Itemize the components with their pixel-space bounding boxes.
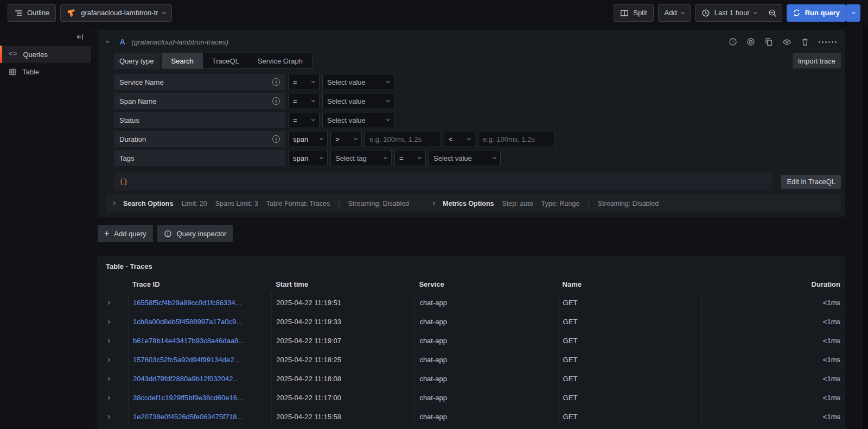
chevron-right-icon[interactable] bbox=[112, 201, 116, 205]
run-query-options-button[interactable] bbox=[846, 4, 860, 22]
disable-query-icon[interactable] bbox=[746, 37, 755, 46]
table-body: 16558f5cf4b29a89cc0d1fc86334...2025-04-2… bbox=[98, 293, 845, 426]
help-circle-icon[interactable]: ? bbox=[729, 37, 737, 46]
code-icon: <> bbox=[9, 51, 17, 58]
value-select[interactable]: Select value bbox=[322, 112, 394, 128]
row-expander[interactable] bbox=[98, 350, 128, 369]
duration-input-field[interactable] bbox=[369, 135, 436, 143]
svg-text:?: ? bbox=[732, 40, 735, 45]
search-options-title[interactable]: Search Options bbox=[123, 200, 173, 207]
column-header-name[interactable]: Name bbox=[558, 276, 701, 293]
outline-button[interactable]: Outline bbox=[8, 4, 56, 22]
sidebar-item-queries[interactable]: <> Queries bbox=[0, 46, 91, 63]
chevron-right-icon[interactable] bbox=[431, 201, 435, 205]
trace-id-link[interactable]: 2043dd79fdf2880a9b12f032042... bbox=[133, 375, 239, 383]
edit-in-traceql-button[interactable]: Edit in TraceQL bbox=[781, 175, 841, 189]
trace-id-link[interactable]: 16558f5cf4b29a89cc0d1fc86334... bbox=[133, 299, 241, 307]
cell-service: chat-app bbox=[414, 350, 558, 369]
info-circle-icon[interactable]: i bbox=[272, 78, 280, 86]
column-header-trace-id[interactable]: Trace ID bbox=[128, 276, 271, 293]
trace-id-link[interactable]: 38ccdef1c1929ff5bf9e38cd60e16... bbox=[133, 394, 243, 402]
trace-id-link[interactable]: 1cb8a00d8eb5f4588997a17a0c9... bbox=[133, 318, 242, 326]
value-select[interactable]: Select value bbox=[429, 150, 501, 166]
collapse-left-icon[interactable] bbox=[75, 33, 84, 41]
sidebar-item-table[interactable]: Table bbox=[0, 63, 91, 80]
info-circle-icon[interactable]: i bbox=[272, 97, 280, 105]
search-options-spans-limit: Spans Limit: 3 bbox=[215, 200, 258, 207]
row-expander[interactable] bbox=[98, 312, 128, 331]
trace-id-link[interactable]: b61e78b14e43417b93c8a46daa8... bbox=[133, 337, 244, 345]
metrics-options-title[interactable]: Metrics Options bbox=[443, 200, 494, 207]
trace-id-link[interactable]: 157603c52fc5a92d94f99134de2... bbox=[133, 356, 240, 364]
column-header-duration[interactable]: Duration bbox=[701, 276, 845, 293]
row-expander[interactable] bbox=[98, 388, 128, 407]
cell-start-time: 2025-04-22 11:17:00 bbox=[271, 388, 414, 407]
add-query-button[interactable]: + Add query bbox=[98, 225, 153, 242]
cell-start-time: 2025-04-22 11:18:08 bbox=[271, 369, 414, 388]
row-expander[interactable] bbox=[98, 293, 128, 312]
hide-response-icon[interactable] bbox=[782, 37, 792, 47]
tag-select[interactable]: Select tag bbox=[330, 150, 392, 166]
chevron-right-icon bbox=[106, 300, 110, 304]
cell-service: chat-app bbox=[414, 331, 558, 350]
chevron-down-icon bbox=[311, 98, 315, 102]
chevron-down-icon bbox=[851, 10, 855, 14]
duplicate-query-icon[interactable] bbox=[764, 37, 773, 46]
time-range-button[interactable]: Last 1 hour bbox=[695, 5, 763, 21]
datasource-picker[interactable]: grafanacloud-lambtron-tr bbox=[60, 4, 171, 22]
clock-icon bbox=[701, 9, 710, 17]
duration-input[interactable] bbox=[478, 131, 554, 147]
operator-select[interactable]: = bbox=[394, 150, 426, 166]
cell-start-time: 2025-04-22 11:15:58 bbox=[271, 407, 414, 426]
row-expander[interactable] bbox=[98, 407, 128, 426]
column-header-start-time[interactable]: Start time bbox=[271, 276, 414, 293]
chevron-down-icon bbox=[354, 136, 358, 140]
operator-select[interactable]: = bbox=[288, 93, 320, 109]
outline-items: <> Queries Table bbox=[0, 46, 91, 80]
column-header-service[interactable]: Service bbox=[414, 276, 558, 293]
cell-duration: <1ms bbox=[701, 331, 845, 350]
chevron-down-icon bbox=[311, 117, 315, 121]
operator-select[interactable]: > bbox=[330, 131, 362, 147]
toolbar: Outline grafanacloud-lambtron-tr Split A… bbox=[0, 0, 868, 26]
duration-input[interactable] bbox=[365, 131, 441, 147]
chevron-right-icon bbox=[106, 376, 110, 380]
trace-id-link[interactable]: 1e20738e0f4526d5fe063475f718... bbox=[133, 413, 242, 421]
query-inspector-button[interactable]: Query inspector bbox=[157, 225, 233, 242]
scope-select[interactable]: span bbox=[288, 131, 328, 147]
drag-handle-icon[interactable] bbox=[819, 41, 837, 43]
duration-input-field[interactable] bbox=[483, 135, 550, 143]
scope-select[interactable]: span bbox=[288, 150, 328, 166]
options-strip: Search Options Limit: 20 Spans Limit: 3 … bbox=[106, 194, 841, 212]
add-dropdown-button[interactable]: Add bbox=[658, 4, 691, 22]
operator-select[interactable]: = bbox=[288, 112, 320, 128]
import-trace-button[interactable]: Import trace bbox=[793, 53, 841, 68]
sync-icon bbox=[793, 9, 801, 17]
cell-start-time: 2025-04-22 11:19:33 bbox=[271, 312, 414, 331]
value-select[interactable]: Select value bbox=[322, 74, 394, 90]
row-expander[interactable] bbox=[98, 331, 128, 350]
scrollbar-track[interactable] bbox=[861, 26, 868, 429]
value-select[interactable]: Select value bbox=[322, 93, 394, 109]
query-type-search[interactable]: Search bbox=[162, 53, 203, 68]
chevron-down-icon bbox=[467, 136, 471, 140]
chevron-right-icon bbox=[106, 319, 110, 323]
info-circle-icon[interactable]: i bbox=[272, 135, 280, 143]
traceql-preview[interactable]: {} bbox=[114, 173, 773, 191]
run-query-button[interactable]: Run query bbox=[787, 4, 846, 22]
operator-select[interactable]: = bbox=[288, 74, 320, 90]
query-row-header: A (grafanacloud-lambtron-traces) ? bbox=[106, 33, 841, 51]
split-button[interactable]: Split bbox=[614, 4, 653, 22]
query-type-service-graph[interactable]: Service Graph bbox=[248, 53, 312, 68]
outline-label: Outline bbox=[27, 9, 49, 17]
metrics-options-type: Type: Range bbox=[541, 200, 580, 207]
remove-query-icon[interactable] bbox=[801, 37, 809, 46]
search-options-table-format: Table Format: Traces bbox=[266, 200, 330, 207]
zoom-out-time-button[interactable] bbox=[763, 5, 782, 21]
row-expander[interactable] bbox=[98, 369, 128, 388]
query-collapse-chevron[interactable] bbox=[106, 39, 110, 43]
query-type-traceql[interactable]: TraceQL bbox=[203, 53, 248, 68]
table-row: 2043dd79fdf2880a9b12f032042...2025-04-22… bbox=[98, 369, 845, 388]
operator-select[interactable]: < bbox=[444, 131, 475, 147]
cell-start-time: 2025-04-22 11:18:25 bbox=[271, 350, 414, 369]
